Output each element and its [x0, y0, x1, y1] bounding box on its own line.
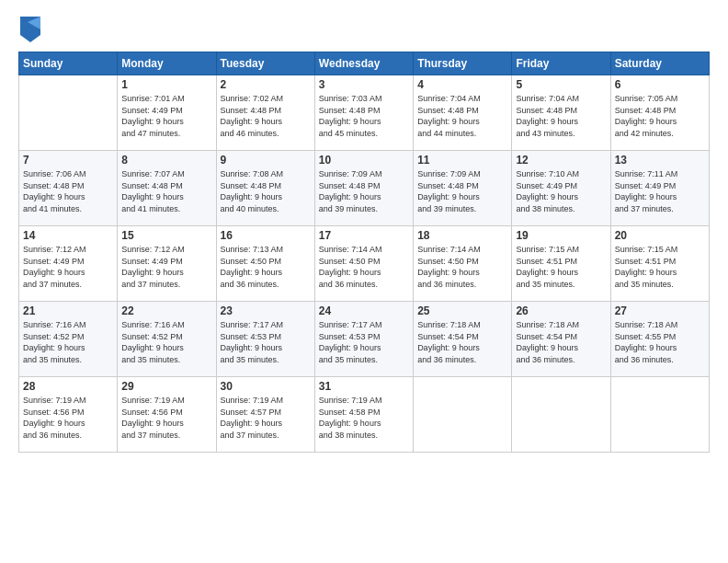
day-number: 25: [417, 304, 507, 317]
day-number: 12: [516, 154, 606, 167]
calendar-cell: 25Sunrise: 7:18 AMSunset: 4:54 PMDayligh…: [414, 302, 512, 377]
logo: [18, 17, 40, 42]
day-number: 9: [221, 154, 311, 167]
cell-info: Sunrise: 7:01 AMSunset: 4:49 PMDaylight:…: [121, 93, 211, 139]
cell-info: Sunrise: 7:12 AMSunset: 4:49 PMDaylight:…: [121, 244, 211, 290]
calendar-cell: 12Sunrise: 7:10 AMSunset: 4:49 PMDayligh…: [512, 151, 610, 226]
day-number: 10: [319, 154, 409, 167]
weekday-header-thursday: Thursday: [414, 52, 512, 75]
weekday-header-sunday: Sunday: [19, 52, 118, 75]
cell-info: Sunrise: 7:12 AMSunset: 4:49 PMDaylight:…: [23, 244, 113, 290]
weekday-row: SundayMondayTuesdayWednesdayThursdayFrid…: [19, 52, 710, 75]
day-number: 17: [319, 229, 409, 242]
weekday-header-tuesday: Tuesday: [216, 52, 314, 75]
calendar-cell: 10Sunrise: 7:09 AMSunset: 4:48 PMDayligh…: [314, 151, 413, 226]
cell-info: Sunrise: 7:19 AMSunset: 4:56 PMDaylight:…: [121, 395, 211, 441]
logo-text: [18, 17, 40, 42]
calendar-cell: 30Sunrise: 7:19 AMSunset: 4:57 PMDayligh…: [216, 377, 314, 453]
day-number: 5: [516, 78, 606, 91]
header: [18, 17, 710, 42]
calendar-week-2: 7Sunrise: 7:06 AMSunset: 4:48 PMDaylight…: [19, 151, 710, 226]
weekday-header-saturday: Saturday: [610, 52, 709, 75]
day-number: 29: [121, 380, 211, 393]
calendar-cell: 21Sunrise: 7:16 AMSunset: 4:52 PMDayligh…: [19, 302, 118, 377]
cell-info: Sunrise: 7:04 AMSunset: 4:48 PMDaylight:…: [516, 93, 606, 139]
calendar-cell: 26Sunrise: 7:18 AMSunset: 4:54 PMDayligh…: [512, 302, 610, 377]
calendar-cell: 23Sunrise: 7:17 AMSunset: 4:53 PMDayligh…: [216, 302, 314, 377]
day-number: 27: [615, 304, 705, 317]
calendar-cell: 22Sunrise: 7:16 AMSunset: 4:52 PMDayligh…: [118, 302, 216, 377]
calendar-cell: 2Sunrise: 7:02 AMSunset: 4:48 PMDaylight…: [216, 75, 314, 151]
day-number: 28: [23, 380, 113, 393]
day-number: 4: [417, 78, 507, 91]
day-number: 7: [23, 154, 113, 167]
calendar-cell: 1Sunrise: 7:01 AMSunset: 4:49 PMDaylight…: [118, 75, 216, 151]
calendar-cell: 5Sunrise: 7:04 AMSunset: 4:48 PMDaylight…: [512, 75, 610, 151]
calendar-cell: 7Sunrise: 7:06 AMSunset: 4:48 PMDaylight…: [19, 151, 118, 226]
day-number: 11: [417, 154, 507, 167]
cell-info: Sunrise: 7:09 AMSunset: 4:48 PMDaylight:…: [319, 168, 409, 214]
cell-info: Sunrise: 7:15 AMSunset: 4:51 PMDaylight:…: [516, 244, 606, 290]
cell-info: Sunrise: 7:10 AMSunset: 4:49 PMDaylight:…: [516, 168, 606, 214]
calendar-cell: 3Sunrise: 7:03 AMSunset: 4:48 PMDaylight…: [314, 75, 413, 151]
cell-info: Sunrise: 7:17 AMSunset: 4:53 PMDaylight:…: [221, 319, 311, 365]
logo-icon: [20, 17, 40, 42]
day-number: 3: [319, 78, 409, 91]
calendar-cell: [414, 377, 512, 453]
calendar-table: SundayMondayTuesdayWednesdayThursdayFrid…: [18, 52, 710, 453]
day-number: 13: [615, 154, 705, 167]
calendar-cell: 8Sunrise: 7:07 AMSunset: 4:48 PMDaylight…: [118, 151, 216, 226]
cell-info: Sunrise: 7:18 AMSunset: 4:54 PMDaylight:…: [516, 319, 606, 365]
cell-info: Sunrise: 7:13 AMSunset: 4:50 PMDaylight:…: [221, 244, 311, 290]
cell-info: Sunrise: 7:16 AMSunset: 4:52 PMDaylight:…: [23, 319, 113, 365]
cell-info: Sunrise: 7:02 AMSunset: 4:48 PMDaylight:…: [221, 93, 311, 139]
day-number: 19: [516, 229, 606, 242]
cell-info: Sunrise: 7:03 AMSunset: 4:48 PMDaylight:…: [319, 93, 409, 139]
calendar-cell: 27Sunrise: 7:18 AMSunset: 4:55 PMDayligh…: [610, 302, 709, 377]
day-number: 26: [516, 304, 606, 317]
cell-info: Sunrise: 7:11 AMSunset: 4:49 PMDaylight:…: [615, 168, 705, 214]
calendar-cell: 16Sunrise: 7:13 AMSunset: 4:50 PMDayligh…: [216, 226, 314, 302]
day-number: 15: [121, 229, 211, 242]
day-number: 8: [121, 154, 211, 167]
calendar-cell: 15Sunrise: 7:12 AMSunset: 4:49 PMDayligh…: [118, 226, 216, 302]
calendar-cell: 18Sunrise: 7:14 AMSunset: 4:50 PMDayligh…: [414, 226, 512, 302]
day-number: 6: [615, 78, 705, 91]
calendar-cell: 20Sunrise: 7:15 AMSunset: 4:51 PMDayligh…: [610, 226, 709, 302]
cell-info: Sunrise: 7:19 AMSunset: 4:57 PMDaylight:…: [221, 395, 311, 441]
day-number: 21: [23, 304, 113, 317]
calendar-cell: 13Sunrise: 7:11 AMSunset: 4:49 PMDayligh…: [610, 151, 709, 226]
cell-info: Sunrise: 7:17 AMSunset: 4:53 PMDaylight:…: [319, 319, 409, 365]
cell-info: Sunrise: 7:04 AMSunset: 4:48 PMDaylight:…: [417, 93, 507, 139]
cell-info: Sunrise: 7:18 AMSunset: 4:54 PMDaylight:…: [417, 319, 507, 365]
cell-info: Sunrise: 7:14 AMSunset: 4:50 PMDaylight:…: [417, 244, 507, 290]
calendar-cell: 29Sunrise: 7:19 AMSunset: 4:56 PMDayligh…: [118, 377, 216, 453]
calendar-cell: 17Sunrise: 7:14 AMSunset: 4:50 PMDayligh…: [314, 226, 413, 302]
cell-info: Sunrise: 7:07 AMSunset: 4:48 PMDaylight:…: [121, 168, 211, 214]
calendar-cell: 6Sunrise: 7:05 AMSunset: 4:48 PMDaylight…: [610, 75, 709, 151]
calendar-cell: 19Sunrise: 7:15 AMSunset: 4:51 PMDayligh…: [512, 226, 610, 302]
day-number: 1: [121, 78, 211, 91]
day-number: 18: [417, 229, 507, 242]
calendar-cell: 24Sunrise: 7:17 AMSunset: 4:53 PMDayligh…: [314, 302, 413, 377]
calendar-cell: 9Sunrise: 7:08 AMSunset: 4:48 PMDaylight…: [216, 151, 314, 226]
calendar-cell: 11Sunrise: 7:09 AMSunset: 4:48 PMDayligh…: [414, 151, 512, 226]
calendar-cell: [19, 75, 118, 151]
day-number: 16: [221, 229, 311, 242]
calendar-cell: 14Sunrise: 7:12 AMSunset: 4:49 PMDayligh…: [19, 226, 118, 302]
calendar-cell: 28Sunrise: 7:19 AMSunset: 4:56 PMDayligh…: [19, 377, 118, 453]
day-number: 30: [221, 380, 311, 393]
weekday-header-friday: Friday: [512, 52, 610, 75]
calendar-week-1: 1Sunrise: 7:01 AMSunset: 4:49 PMDaylight…: [19, 75, 710, 151]
page: SundayMondayTuesdayWednesdayThursdayFrid…: [0, 0, 728, 563]
cell-info: Sunrise: 7:18 AMSunset: 4:55 PMDaylight:…: [615, 319, 705, 365]
logo-general: [18, 17, 40, 42]
calendar-cell: [610, 377, 709, 453]
calendar-cell: 4Sunrise: 7:04 AMSunset: 4:48 PMDaylight…: [414, 75, 512, 151]
day-number: 22: [121, 304, 211, 317]
cell-info: Sunrise: 7:06 AMSunset: 4:48 PMDaylight:…: [23, 168, 113, 214]
calendar-cell: [512, 377, 610, 453]
cell-info: Sunrise: 7:05 AMSunset: 4:48 PMDaylight:…: [615, 93, 705, 139]
cell-info: Sunrise: 7:14 AMSunset: 4:50 PMDaylight:…: [319, 244, 409, 290]
cell-info: Sunrise: 7:08 AMSunset: 4:48 PMDaylight:…: [221, 168, 311, 214]
